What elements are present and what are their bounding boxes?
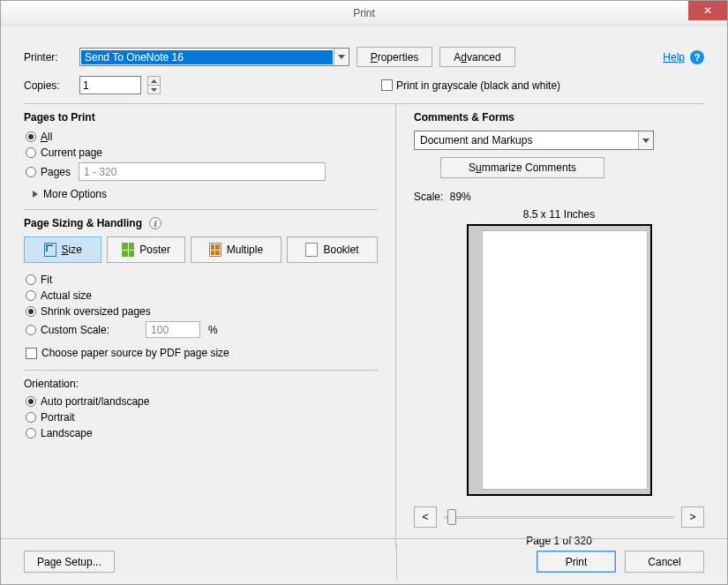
slider-thumb-icon[interactable] [447,509,456,525]
size-mode-button[interactable]: Size [24,236,101,263]
radio-shrink[interactable] [26,306,36,317]
spin-down-icon[interactable] [147,86,161,94]
page-dimensions: 8.5 x 11 Inches [414,208,704,221]
comments-forms-title: Comments & Forms [414,111,704,124]
poster-icon [122,243,134,257]
choose-paper-checkbox[interactable] [26,348,37,359]
size-icon [44,243,56,257]
radio-fit[interactable] [26,274,36,285]
percent-label: % [208,324,218,336]
radio-landscape-label: Landscape [41,427,93,439]
window-title: Print [353,7,375,19]
comments-forms-value: Document and Markups [420,134,532,146]
radio-all[interactable] [26,131,36,142]
radio-pages-label: Pages [41,166,71,178]
multiple-mode-button[interactable]: Multiple [191,236,281,263]
chevron-down-icon [638,131,653,149]
help-link[interactable]: Help [663,51,685,64]
radio-current-label: Current page [41,146,102,159]
radio-actual-label: Actual size [41,289,92,302]
copies-stepper[interactable] [147,76,161,94]
page-sizing-title: Page Sizing & Handling i [24,217,378,229]
scale-value: 89% [450,191,471,203]
more-options-toggle[interactable]: More Options [33,188,378,200]
pages-range-input[interactable] [79,162,326,181]
radio-auto-orient[interactable] [26,396,36,407]
preview-page [483,231,647,489]
chevron-down-icon [334,49,349,65]
pages-to-print-title: Pages to Print [24,111,378,124]
copies-label: Copies: [24,79,72,92]
advanced-button[interactable]: Advanced [439,47,515,67]
cancel-button[interactable]: Cancel [625,551,704,573]
grayscale-label: Print in grayscale (black and white) [396,79,560,92]
custom-scale-input[interactable] [146,321,200,338]
close-button[interactable]: ✕ [688,1,727,20]
page-setup-button[interactable]: Page Setup... [24,551,115,573]
print-dialog: Print ✕ Printer: Send To OneNote 16 Prop… [0,0,728,585]
radio-portrait-label: Portrait [41,411,75,424]
titlebar: Print ✕ [1,1,727,26]
close-icon: ✕ [703,4,712,17]
scale-label: Scale: [414,191,443,203]
radio-auto-orient-label: Auto portrait/landscape [41,395,149,408]
printer-select[interactable]: Send To OneNote 16 [79,48,349,66]
help-icon[interactable]: ? [690,50,704,64]
radio-fit-label: Fit [41,274,52,286]
prev-page-button[interactable]: < [414,506,437,528]
printer-value: Send To OneNote 16 [81,50,333,64]
radio-shrink-label: Shrink oversized pages [41,305,151,318]
grayscale-checkbox[interactable] [381,79,393,91]
next-page-button[interactable]: > [681,506,704,528]
booklet-icon [305,243,318,257]
booklet-mode-button[interactable]: Booklet [287,236,378,263]
copies-input[interactable] [79,76,141,94]
orientation-title: Orientation: [24,378,378,390]
radio-landscape[interactable] [26,428,36,439]
properties-button[interactable]: Properties [356,47,432,67]
spin-up-icon[interactable] [147,76,161,86]
radio-actual[interactable] [26,290,36,301]
radio-custom-scale[interactable] [26,325,36,335]
summarize-comments-button[interactable]: Summarize Comments [440,157,604,178]
radio-current[interactable] [26,147,36,158]
radio-custom-scale-label: Custom Scale: [41,324,109,336]
radio-portrait[interactable] [26,412,36,423]
radio-pages[interactable] [26,167,36,177]
poster-mode-button[interactable]: Poster [107,236,184,263]
more-options-label: More Options [43,188,107,200]
info-icon[interactable]: i [149,217,161,229]
page-preview [467,224,652,496]
triangle-right-icon [33,191,38,198]
choose-paper-label: Choose paper source by PDF page size [41,347,229,359]
comments-forms-select[interactable]: Document and Markups [414,131,654,150]
printer-label: Printer: [24,51,72,64]
multiple-icon [209,243,221,257]
radio-all-label: All [41,131,52,143]
page-slider[interactable] [444,506,674,528]
print-button[interactable]: Print [537,551,616,573]
